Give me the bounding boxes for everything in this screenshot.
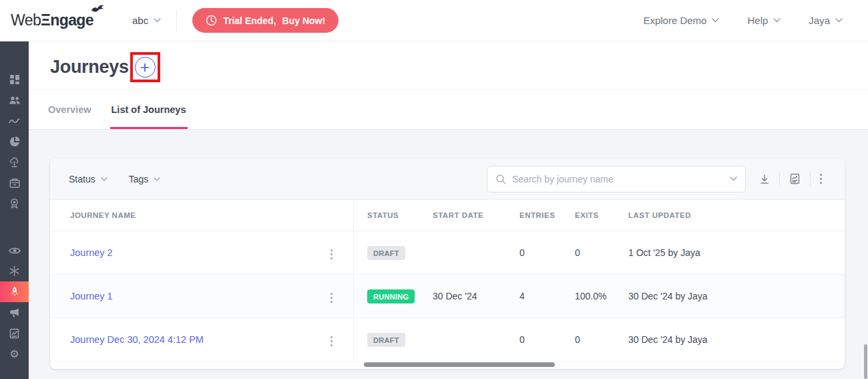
status-badge: DRAFT <box>367 333 405 347</box>
sidebar-item-achievements[interactable] <box>0 193 29 214</box>
sidebar-item-journeys[interactable] <box>0 281 29 302</box>
sidebar-item-users[interactable] <box>0 90 29 110</box>
folders-icon <box>9 178 20 188</box>
last-updated-cell: 30 Dec '24 by Jaya <box>628 291 845 301</box>
explore-demo-menu[interactable]: Explore Demo <box>643 15 719 26</box>
users-icon <box>9 95 21 106</box>
tab-list-of-journeys[interactable]: List of Journeys <box>110 90 188 129</box>
sidebar-item-dashboard[interactable] <box>0 69 29 90</box>
entries-cell: 0 <box>519 247 575 258</box>
kebab-menu-icon <box>331 293 333 295</box>
annotation-highlight-box <box>130 52 160 82</box>
report-icon <box>789 173 801 184</box>
chevron-down-icon <box>154 18 161 23</box>
journey-metrics: RUNNING 30 Dec '24 4 100.0% 30 Dec '24 b… <box>354 275 845 318</box>
sidebar-item-reports[interactable] <box>0 323 29 344</box>
row-options-button[interactable] <box>327 244 337 261</box>
journeys-card: Status Tags <box>50 158 845 369</box>
report-doc-icon <box>9 328 19 339</box>
toolbar-icon-group <box>752 169 829 188</box>
journey-metrics: DRAFT 0 0 30 Dec '24 by Jaya <box>354 318 845 361</box>
journey-metrics: DRAFT 0 0 1 Oct '25 by Jaya <box>354 231 845 274</box>
last-updated-cell: 30 Dec '24 by Jaya <box>628 334 845 345</box>
status-badge: RUNNING <box>367 289 415 303</box>
entries-cell: 0 <box>519 334 575 345</box>
exits-cell: 0 <box>575 334 628 345</box>
report-button[interactable] <box>783 169 807 188</box>
tags-filter-dropdown[interactable]: Tags <box>129 174 161 184</box>
entries-cell: 4 <box>519 291 575 301</box>
buy-now-text: Buy Now! <box>282 15 326 26</box>
plus-icon <box>140 63 150 72</box>
row-options-button[interactable] <box>327 331 337 348</box>
sidebar-item-analytics[interactable] <box>0 131 29 152</box>
cloud-upload-icon <box>9 157 20 168</box>
horizontal-scrollbar-thumb[interactable] <box>364 362 555 367</box>
exits-cell: 0 <box>575 247 628 258</box>
chevron-down-icon <box>773 18 781 23</box>
table-row: Journey 1 RUNNING 30 Dec '24 4 100.0% 30… <box>50 275 845 318</box>
last-updated-cell: 1 Oct '25 by Jaya <box>628 247 845 258</box>
toolbar-divider <box>779 172 780 186</box>
chevron-down-icon[interactable] <box>730 176 737 181</box>
help-menu[interactable]: Help <box>747 15 781 26</box>
dashboard-icon <box>9 74 20 85</box>
chevron-down-icon <box>712 18 719 23</box>
sidebar-item-integrations[interactable] <box>0 261 29 281</box>
page-title: Journeys <box>50 57 129 78</box>
status-filter-dropdown[interactable]: Status <box>69 174 107 184</box>
kebab-menu-icon <box>331 336 333 338</box>
user-menu[interactable]: Jaya <box>809 15 843 26</box>
header-exits: EXITS <box>575 211 628 219</box>
table-row: Journey Dec 30, 2024 4:12 PM DRAFT 0 0 3… <box>50 318 845 362</box>
create-journey-button[interactable] <box>135 57 156 78</box>
search-input[interactable] <box>512 174 724 184</box>
journey-link[interactable]: Journey 1 <box>70 291 327 301</box>
search-box <box>487 166 746 193</box>
sidebar-item-live-view[interactable] <box>0 240 29 261</box>
download-button[interactable] <box>752 170 777 188</box>
header-entries: ENTRIES <box>519 211 575 219</box>
sidebar-item-trends[interactable] <box>0 110 29 131</box>
chevron-down-icon <box>154 177 160 181</box>
workspace-name: abc <box>132 15 148 26</box>
start-date-cell: 30 Dec '24 <box>433 291 519 301</box>
vertical-scrollbar-thumb[interactable] <box>864 344 867 379</box>
kebab-menu-icon <box>820 174 822 176</box>
title-row: Journeys <box>29 41 868 90</box>
chevron-down-icon <box>101 177 107 181</box>
content-area: Status Tags <box>29 130 868 369</box>
journey-link[interactable]: Journey 2 <box>70 247 327 258</box>
status-badge: DRAFT <box>367 246 405 260</box>
sidebar-item-campaigns[interactable] <box>0 302 29 323</box>
exits-cell: 100.0% <box>575 291 628 301</box>
row-options-button[interactable] <box>327 287 337 305</box>
sidebar-item-data-platform[interactable] <box>0 152 29 172</box>
webengage-logo[interactable]: WebΞngage <box>11 11 93 29</box>
gear-icon: ⚙ <box>9 349 19 360</box>
clock-icon <box>206 15 217 26</box>
trial-text: Trial Ended, <box>223 15 276 26</box>
tab-overview[interactable]: Overview <box>47 90 93 129</box>
left-sidebar: ⚙ <box>0 41 29 379</box>
eye-icon <box>9 246 21 255</box>
sidebar-item-settings[interactable]: ⚙ <box>0 344 29 364</box>
journey-link[interactable]: Journey Dec 30, 2024 4:12 PM <box>70 334 327 345</box>
workspace-dropdown[interactable]: abc <box>132 15 161 26</box>
megaphone-icon <box>9 307 20 318</box>
chevron-down-icon <box>835 18 843 23</box>
trial-buy-now-button[interactable]: Trial Ended, Buy Now! <box>192 8 339 33</box>
journey-name-cell: Journey 2 <box>50 231 354 274</box>
header-journey-name: JOURNEY NAME <box>50 200 354 231</box>
journey-name-cell: Journey 1 <box>50 275 354 318</box>
table-row: Journey 2 DRAFT 0 0 1 Oct '25 by Jaya <box>50 231 845 275</box>
award-badge-icon <box>9 198 20 209</box>
download-icon <box>759 174 770 184</box>
more-options-button[interactable] <box>813 170 829 188</box>
header-divider <box>176 9 177 32</box>
pie-chart-icon <box>9 136 20 147</box>
header-metrics: STATUS START DATE ENTRIES EXITS LAST UPD… <box>354 200 845 231</box>
sidebar-item-catalog[interactable] <box>0 172 29 193</box>
rocket-icon <box>9 286 20 297</box>
toolbar-divider <box>810 172 811 186</box>
